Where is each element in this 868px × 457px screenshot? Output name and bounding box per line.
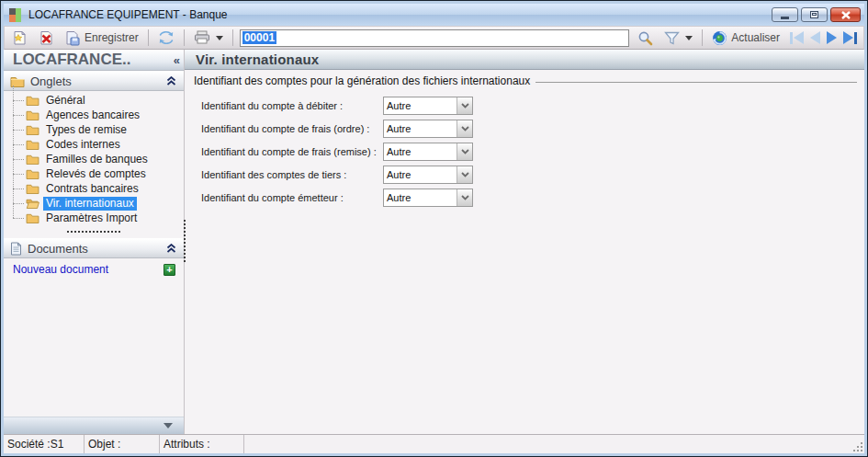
selected-value: Autre bbox=[384, 146, 457, 157]
combo-dropdown-button[interactable] bbox=[457, 189, 472, 206]
compte-a-debiter-select[interactable]: Autre bbox=[383, 97, 473, 115]
tree-connector bbox=[13, 100, 14, 115]
delete-record-icon bbox=[39, 30, 54, 46]
refresh-button[interactable] bbox=[153, 28, 179, 48]
sidebar-item-types-de-remise[interactable]: Types de remise bbox=[13, 122, 184, 137]
actualiser-icon bbox=[712, 30, 727, 46]
folder-icon bbox=[26, 183, 39, 194]
panel-splitter-handle[interactable] bbox=[4, 225, 184, 238]
minimize-button[interactable] bbox=[772, 7, 798, 22]
window-controls bbox=[772, 7, 861, 22]
tree-connector bbox=[13, 203, 14, 218]
save-button[interactable]: Enregistrer bbox=[61, 28, 143, 48]
filter-button[interactable] bbox=[659, 28, 697, 48]
app-logo-icon bbox=[9, 8, 23, 22]
status-societe: Société :S1 bbox=[4, 435, 85, 453]
tree-connector bbox=[13, 115, 14, 130]
tree-connector bbox=[13, 159, 24, 160]
combo-dropdown-button[interactable] bbox=[457, 97, 472, 114]
page-title: Vir. internationaux bbox=[196, 51, 319, 67]
sidebar-item-label: Agences bancaires bbox=[43, 109, 142, 122]
close-button[interactable] bbox=[830, 7, 861, 22]
sidebar-item-contrats-bancaires[interactable]: Contrats bancaires bbox=[13, 181, 184, 196]
folder-icon bbox=[26, 139, 39, 150]
new-document-row: Nouveau document + bbox=[4, 258, 184, 279]
frais-remise-select[interactable]: Autre bbox=[383, 143, 473, 161]
panel-label-documents: Documents bbox=[28, 242, 88, 256]
resize-grip[interactable] bbox=[852, 441, 863, 452]
form-row-comptes-de-tiers: Identifiant des comptes de tiers : Autre bbox=[201, 166, 864, 184]
form-row-frais-ordre: Identifiant du compte de frais (ordre) :… bbox=[201, 120, 864, 138]
panel-header-documents[interactable]: Documents bbox=[4, 238, 184, 258]
status-objet: Objet : bbox=[85, 435, 160, 453]
compte-emetteur-select[interactable]: Autre bbox=[383, 189, 473, 207]
tree-connector bbox=[13, 144, 24, 145]
nav-first-icon bbox=[790, 32, 793, 44]
sidebar-item-codes-internes[interactable]: Codes internes bbox=[13, 137, 184, 152]
sidebar-collapse-icon[interactable]: « bbox=[174, 53, 180, 67]
folder-icon bbox=[26, 95, 39, 106]
collapse-chevron-icon[interactable] bbox=[166, 244, 176, 253]
search-button[interactable] bbox=[633, 28, 658, 48]
nav-last-button[interactable] bbox=[843, 31, 857, 44]
app-window: LOCAFRANCE EQUIPEMENT - Banque Enregistr… bbox=[0, 0, 868, 457]
chevron-down-icon bbox=[163, 423, 173, 428]
sidebar-item-label: Vir. internationaux bbox=[43, 197, 137, 211]
filter-icon bbox=[664, 31, 680, 45]
comptes-de-tiers-select[interactable]: Autre bbox=[383, 166, 473, 184]
form-row-frais-remise: Identifiant du compte de frais (remise) … bbox=[201, 143, 864, 161]
fieldset-legend: Identifiant des comptes pour la générati… bbox=[185, 70, 864, 87]
maximize-button[interactable] bbox=[801, 7, 828, 22]
sidebar-resize-handle[interactable] bbox=[184, 220, 186, 262]
sidebar-item-label: Familles de banques bbox=[43, 153, 151, 166]
combo-dropdown-button[interactable] bbox=[457, 120, 472, 137]
chevron-down-icon bbox=[461, 103, 469, 109]
fieldset-legend-line bbox=[535, 82, 857, 83]
sidebar-item-general[interactable]: Général bbox=[13, 93, 184, 108]
panel-label-onglets: Onglets bbox=[30, 74, 72, 88]
actualiser-button-label: Actualiser bbox=[731, 31, 780, 44]
sidebar-item-familles-de-banques[interactable]: Familles de banques bbox=[13, 152, 184, 166]
tree-connector bbox=[13, 189, 24, 189]
selected-value: Autre bbox=[384, 100, 457, 111]
field-label: Identifiant du compte à débiter : bbox=[201, 100, 383, 111]
frais-ordre-select[interactable]: Autre bbox=[383, 120, 473, 138]
nav-last-icon bbox=[854, 32, 857, 44]
sidebar-item-agences-bancaires[interactable]: Agences bancaires bbox=[13, 108, 184, 122]
collapse-chevron-icon[interactable] bbox=[166, 76, 176, 86]
tree-connector bbox=[13, 100, 24, 101]
print-dropdown-arrow-icon[interactable] bbox=[216, 36, 223, 40]
sidebar-item-releves-de-comptes[interactable]: Relevés de comptes bbox=[13, 166, 184, 181]
field-label: Identifiant des comptes de tiers : bbox=[201, 169, 383, 180]
new-document-link[interactable]: Nouveau document bbox=[13, 263, 108, 276]
panel-header-onglets[interactable]: Onglets bbox=[4, 71, 184, 91]
combo-dropdown-button[interactable] bbox=[457, 143, 472, 160]
filter-dropdown-arrow-icon[interactable] bbox=[685, 36, 693, 40]
sidebar-item-parametres-import[interactable]: Paramètres Import bbox=[13, 211, 184, 225]
sidebar-footer[interactable] bbox=[4, 417, 184, 434]
nav-first-button[interactable] bbox=[790, 31, 804, 44]
add-document-button[interactable]: + bbox=[163, 264, 175, 276]
toolbar-separator bbox=[702, 29, 703, 46]
chevron-down-icon bbox=[461, 149, 469, 154]
toolbar-separator bbox=[184, 29, 185, 46]
nav-next-button[interactable] bbox=[827, 31, 837, 44]
actualiser-button[interactable]: Actualiser bbox=[707, 28, 784, 48]
delete-record-button[interactable] bbox=[34, 28, 59, 48]
open-folder-icon bbox=[26, 198, 39, 209]
toolbar-separator bbox=[232, 29, 233, 46]
tree-connector bbox=[13, 86, 14, 100]
tree-connector bbox=[13, 144, 14, 159]
sidebar-item-vir-internationaux[interactable]: Vir. internationaux bbox=[13, 196, 184, 211]
new-record-button[interactable] bbox=[7, 28, 32, 48]
document-icon bbox=[10, 242, 22, 256]
combo-dropdown-button[interactable] bbox=[457, 166, 472, 183]
sidebar-title-bar: LOCAFRANCE.. « bbox=[4, 50, 184, 71]
field-label: Identifiant du compte de frais (remise) … bbox=[201, 146, 383, 157]
print-button[interactable] bbox=[189, 28, 228, 48]
tree-connector bbox=[13, 203, 24, 204]
nav-previous-button[interactable] bbox=[810, 31, 820, 44]
sidebar-empty-area bbox=[4, 279, 184, 417]
record-number-input[interactable]: 00001 bbox=[240, 29, 630, 47]
tree-connector bbox=[13, 159, 14, 174]
